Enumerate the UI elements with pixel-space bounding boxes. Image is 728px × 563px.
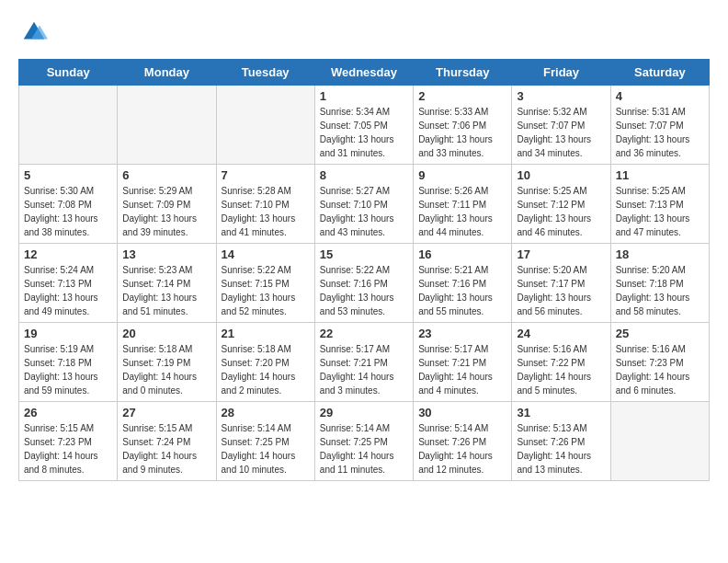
day-number: 15 — [320, 247, 408, 261]
week-row-3: 12Sunrise: 5:24 AMSunset: 7:13 PMDayligh… — [19, 244, 710, 323]
day-number: 9 — [418, 168, 506, 182]
day-number: 12 — [24, 247, 112, 261]
day-info: Sunrise: 5:17 AMSunset: 7:21 PMDaylight:… — [320, 342, 408, 397]
calendar-cell: 24Sunrise: 5:16 AMSunset: 7:22 PMDayligh… — [512, 323, 610, 402]
day-number: 29 — [320, 406, 408, 419]
calendar-cell: 7Sunrise: 5:28 AMSunset: 7:10 PMDaylight… — [216, 165, 314, 244]
day-info: Sunrise: 5:33 AMSunset: 7:06 PMDaylight:… — [418, 105, 506, 160]
day-number: 5 — [24, 168, 112, 182]
day-number: 11 — [616, 168, 704, 182]
day-number: 22 — [320, 327, 408, 340]
day-info: Sunrise: 5:14 AMSunset: 7:26 PMDaylight:… — [418, 421, 506, 477]
calendar-cell — [19, 86, 118, 165]
calendar-cell: 10Sunrise: 5:25 AMSunset: 7:12 PMDayligh… — [512, 165, 610, 244]
day-info: Sunrise: 5:15 AMSunset: 7:24 PMDaylight:… — [122, 421, 210, 477]
day-number: 18 — [616, 247, 704, 261]
calendar-cell: 29Sunrise: 5:14 AMSunset: 7:25 PMDayligh… — [314, 402, 413, 481]
calendar-cell — [610, 402, 709, 481]
day-number: 28 — [222, 406, 310, 419]
calendar-cell: 13Sunrise: 5:23 AMSunset: 7:14 PMDayligh… — [118, 244, 216, 323]
calendar-cell: 16Sunrise: 5:21 AMSunset: 7:16 PMDayligh… — [414, 244, 512, 323]
day-number: 27 — [122, 406, 210, 419]
day-info: Sunrise: 5:22 AMSunset: 7:16 PMDaylight:… — [320, 263, 408, 318]
day-info: Sunrise: 5:26 AMSunset: 7:11 PMDaylight:… — [418, 184, 506, 239]
day-info: Sunrise: 5:25 AMSunset: 7:12 PMDaylight:… — [517, 184, 605, 239]
day-info: Sunrise: 5:20 AMSunset: 7:17 PMDaylight:… — [517, 263, 605, 318]
day-info: Sunrise: 5:31 AMSunset: 7:07 PMDaylight:… — [616, 105, 704, 160]
calendar-cell: 25Sunrise: 5:16 AMSunset: 7:23 PMDayligh… — [610, 323, 709, 402]
day-info: Sunrise: 5:22 AMSunset: 7:15 PMDaylight:… — [222, 263, 310, 318]
calendar-cell: 9Sunrise: 5:26 AMSunset: 7:11 PMDaylight… — [414, 165, 512, 244]
day-info: Sunrise: 5:19 AMSunset: 7:18 PMDaylight:… — [24, 342, 112, 397]
calendar-cell: 14Sunrise: 5:22 AMSunset: 7:15 PMDayligh… — [216, 244, 314, 323]
day-info: Sunrise: 5:21 AMSunset: 7:16 PMDaylight:… — [418, 263, 506, 318]
day-number: 7 — [222, 168, 310, 182]
day-info: Sunrise: 5:18 AMSunset: 7:19 PMDaylight:… — [122, 342, 210, 397]
day-number: 23 — [418, 327, 506, 340]
day-number: 24 — [517, 327, 605, 340]
calendar-cell: 15Sunrise: 5:22 AMSunset: 7:16 PMDayligh… — [314, 244, 413, 323]
day-number: 17 — [517, 247, 605, 261]
day-info: Sunrise: 5:23 AMSunset: 7:14 PMDaylight:… — [122, 263, 210, 318]
calendar-cell: 6Sunrise: 5:29 AMSunset: 7:09 PMDaylight… — [118, 165, 216, 244]
calendar-table: SundayMondayTuesdayWednesdayThursdayFrid… — [18, 59, 710, 481]
day-number: 25 — [616, 327, 704, 340]
day-info: Sunrise: 5:20 AMSunset: 7:18 PMDaylight:… — [616, 263, 704, 318]
day-number: 20 — [122, 327, 210, 340]
day-info: Sunrise: 5:28 AMSunset: 7:10 PMDaylight:… — [222, 184, 310, 239]
week-row-4: 19Sunrise: 5:19 AMSunset: 7:18 PMDayligh… — [19, 323, 710, 402]
calendar-cell: 27Sunrise: 5:15 AMSunset: 7:24 PMDayligh… — [118, 402, 216, 481]
day-info: Sunrise: 5:16 AMSunset: 7:23 PMDaylight:… — [616, 342, 704, 397]
day-number: 21 — [222, 327, 310, 340]
calendar-cell: 30Sunrise: 5:14 AMSunset: 7:26 PMDayligh… — [414, 402, 512, 481]
calendar-cell: 21Sunrise: 5:18 AMSunset: 7:20 PMDayligh… — [216, 323, 314, 402]
day-info: Sunrise: 5:32 AMSunset: 7:07 PMDaylight:… — [517, 105, 605, 160]
calendar-cell: 4Sunrise: 5:31 AMSunset: 7:07 PMDaylight… — [610, 86, 709, 165]
day-header-sunday: Sunday — [19, 60, 118, 86]
calendar-cell: 8Sunrise: 5:27 AMSunset: 7:10 PMDaylight… — [314, 165, 413, 244]
day-header-saturday: Saturday — [610, 60, 709, 86]
day-info: Sunrise: 5:24 AMSunset: 7:13 PMDaylight:… — [24, 263, 112, 318]
calendar-cell — [216, 86, 314, 165]
day-info: Sunrise: 5:34 AMSunset: 7:05 PMDaylight:… — [320, 105, 408, 160]
day-number: 6 — [122, 168, 210, 182]
calendar-cell — [118, 86, 216, 165]
day-number: 4 — [616, 89, 704, 103]
calendar-cell: 1Sunrise: 5:34 AMSunset: 7:05 PMDaylight… — [314, 86, 413, 165]
day-info: Sunrise: 5:27 AMSunset: 7:10 PMDaylight:… — [320, 184, 408, 239]
calendar-cell: 11Sunrise: 5:25 AMSunset: 7:13 PMDayligh… — [610, 165, 709, 244]
header-row: SundayMondayTuesdayWednesdayThursdayFrid… — [19, 60, 710, 86]
day-info: Sunrise: 5:18 AMSunset: 7:20 PMDaylight:… — [222, 342, 310, 397]
day-number: 10 — [517, 168, 605, 182]
calendar-cell: 2Sunrise: 5:33 AMSunset: 7:06 PMDaylight… — [414, 86, 512, 165]
calendar-cell: 5Sunrise: 5:30 AMSunset: 7:08 PMDaylight… — [19, 165, 118, 244]
calendar-cell: 18Sunrise: 5:20 AMSunset: 7:18 PMDayligh… — [610, 244, 709, 323]
calendar-cell: 31Sunrise: 5:13 AMSunset: 7:26 PMDayligh… — [512, 402, 610, 481]
calendar-cell: 12Sunrise: 5:24 AMSunset: 7:13 PMDayligh… — [19, 244, 118, 323]
day-header-thursday: Thursday — [414, 60, 512, 86]
day-number: 1 — [320, 89, 408, 103]
day-number: 16 — [418, 247, 506, 261]
day-info: Sunrise: 5:16 AMSunset: 7:22 PMDaylight:… — [517, 342, 605, 397]
calendar-cell: 22Sunrise: 5:17 AMSunset: 7:21 PMDayligh… — [314, 323, 413, 402]
day-header-wednesday: Wednesday — [314, 60, 413, 86]
day-info: Sunrise: 5:30 AMSunset: 7:08 PMDaylight:… — [24, 184, 112, 239]
calendar-cell: 26Sunrise: 5:15 AMSunset: 7:23 PMDayligh… — [19, 402, 118, 481]
day-header-monday: Monday — [118, 60, 216, 86]
calendar-cell: 3Sunrise: 5:32 AMSunset: 7:07 PMDaylight… — [512, 86, 610, 165]
day-info: Sunrise: 5:25 AMSunset: 7:13 PMDaylight:… — [616, 184, 704, 239]
day-number: 2 — [418, 89, 506, 103]
day-number: 26 — [24, 406, 112, 419]
calendar-cell: 17Sunrise: 5:20 AMSunset: 7:17 PMDayligh… — [512, 244, 610, 323]
day-info: Sunrise: 5:14 AMSunset: 7:25 PMDaylight:… — [222, 421, 310, 477]
logo — [18, 18, 48, 50]
day-number: 3 — [517, 89, 605, 103]
day-info: Sunrise: 5:17 AMSunset: 7:21 PMDaylight:… — [418, 342, 506, 397]
day-header-friday: Friday — [512, 60, 610, 86]
day-number: 13 — [122, 247, 210, 261]
calendar-cell: 20Sunrise: 5:18 AMSunset: 7:19 PMDayligh… — [118, 323, 216, 402]
day-info: Sunrise: 5:29 AMSunset: 7:09 PMDaylight:… — [122, 184, 210, 239]
day-info: Sunrise: 5:13 AMSunset: 7:26 PMDaylight:… — [517, 421, 605, 477]
day-header-tuesday: Tuesday — [216, 60, 314, 86]
day-number: 31 — [517, 406, 605, 419]
